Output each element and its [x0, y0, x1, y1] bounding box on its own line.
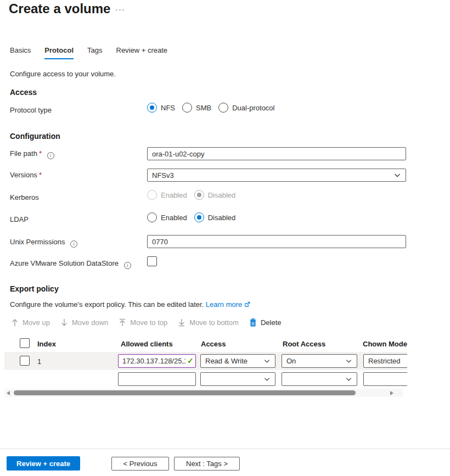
row-checkbox[interactable] [20, 356, 30, 366]
radio-ldap-enabled[interactable]: Enabled [147, 212, 187, 222]
table-row: 1 ✓ Read & Write On Restricted [4, 352, 407, 370]
move-to-top-button: Move to top [119, 318, 167, 327]
protocol-type-label: Protocol type [10, 106, 52, 114]
tab-protocol[interactable]: Protocol [44, 46, 74, 59]
kerberos-label: Kerberos [10, 193, 39, 201]
radio-selected-icon [194, 190, 204, 200]
row-index-value: 1 [37, 357, 41, 366]
select-all-checkbox[interactable] [20, 338, 30, 348]
radio-nfs-label: NFS [161, 104, 175, 112]
arrow-to-top-icon [119, 318, 126, 327]
external-link-icon [244, 301, 250, 307]
chown-mode-dropdown[interactable]: Restricted [363, 354, 407, 368]
review-create-button[interactable]: Review + create [7, 456, 80, 471]
allowed-clients-input[interactable] [118, 372, 196, 386]
chevron-down-icon [345, 357, 352, 365]
unix-permissions-input[interactable] [147, 235, 406, 248]
footer-divider [0, 449, 450, 449]
ldap-radio-group: Enabled Disabled [147, 212, 235, 222]
delete-button[interactable]: Delete [249, 318, 282, 327]
table-horizontal-scrollbar[interactable] [4, 389, 403, 397]
radio-kerberos-disabled-label: Disabled [208, 191, 236, 199]
radio-dual-protocol-label: Dual-protocol [232, 104, 274, 112]
versions-label-text: Versions [10, 171, 37, 179]
radio-kerberos-enabled: Enabled [147, 190, 187, 200]
radio-unselected-icon [147, 190, 157, 200]
radio-dual-protocol[interactable]: Dual-protocol [218, 103, 274, 113]
learn-more-link-text: Learn more [206, 300, 242, 309]
section-heading-export-policy: Export policy [10, 284, 59, 293]
access-dropdown[interactable]: Read & Write [200, 354, 275, 368]
avs-datastore-checkbox[interactable] [147, 256, 157, 266]
move-to-bottom-label: Move to bottom [189, 318, 239, 327]
unix-permissions-label-text: Unix Permissions [10, 238, 65, 246]
page-title: Create a volume [9, 1, 110, 16]
column-header-allowed-clients: Allowed clients [121, 340, 173, 348]
wizard-tabs: Basics Protocol Tags Review + create [10, 46, 167, 59]
valid-check-icon: ✓ [187, 356, 194, 365]
chevron-down-icon [393, 171, 401, 179]
scrollbar-thumb[interactable] [14, 390, 356, 395]
file-path-input[interactable] [147, 147, 406, 160]
tab-tags[interactable]: Tags [87, 46, 102, 59]
radio-unselected-icon [218, 103, 228, 113]
next-tags-button[interactable]: Next : Tags > [174, 457, 240, 471]
root-access-dropdown[interactable]: On [282, 354, 357, 368]
avs-datastore-label-text: Azure VMware Solution DataStore [10, 259, 119, 267]
radio-nfs[interactable]: NFS [147, 103, 175, 113]
radio-ldap-disabled[interactable]: Disabled [194, 212, 236, 222]
radio-kerberos-enabled-label: Enabled [161, 191, 187, 199]
file-path-label: File path* i [10, 149, 54, 159]
section-heading-access: Access [10, 88, 37, 97]
required-asterisk: * [39, 171, 42, 179]
column-header-chown-mode: Chown Mode [363, 340, 407, 348]
protocol-type-radio-group: NFS SMB Dual-protocol [147, 103, 275, 113]
radio-selected-icon [147, 103, 157, 113]
tab-basics[interactable]: Basics [10, 46, 31, 59]
export-policy-description: Configure the volume's export policy. Th… [10, 300, 250, 309]
scroll-left-arrow-icon[interactable] [7, 391, 10, 395]
info-icon[interactable]: i [124, 262, 131, 269]
delete-label: Delete [261, 318, 282, 327]
radio-smb-label: SMB [196, 104, 211, 112]
versions-dropdown[interactable]: NFSv3 [147, 169, 406, 182]
move-up-button: Move up [11, 318, 50, 327]
learn-more-link[interactable]: Learn more [206, 300, 250, 309]
radio-unselected-icon [182, 103, 192, 113]
column-header-index: Index [37, 340, 56, 348]
move-to-bottom-button: Move to bottom [178, 318, 239, 327]
access-dropdown-value: Read & Write [205, 357, 248, 365]
radio-kerberos-disabled: Disabled [194, 190, 236, 200]
chevron-down-icon [263, 357, 271, 365]
root-access-dropdown-value: On [286, 357, 296, 365]
radio-ldap-disabled-label: Disabled [208, 214, 236, 222]
arrow-up-icon [11, 318, 19, 327]
unix-permissions-label: Unix Permissions i [10, 238, 77, 248]
scroll-right-arrow-icon[interactable] [390, 391, 393, 395]
ldap-label: LDAP [10, 215, 29, 223]
more-options-button[interactable]: ··· [115, 4, 125, 14]
column-header-access: Access [201, 340, 226, 348]
chevron-down-icon [345, 376, 352, 383]
avs-datastore-label: Azure VMware Solution DataStore i [10, 259, 131, 269]
export-policy-toolbar: Move up Move down Move to top Move to bo… [11, 318, 281, 327]
versions-dropdown-value: NFSv3 [152, 171, 174, 180]
info-icon[interactable]: i [70, 240, 77, 248]
move-down-label: Move down [72, 318, 108, 327]
required-asterisk: * [39, 149, 42, 158]
previous-button[interactable]: < Previous [111, 457, 169, 471]
arrow-to-bottom-icon [178, 318, 185, 327]
radio-smb[interactable]: SMB [182, 103, 211, 113]
info-icon[interactable]: i [47, 152, 54, 159]
chown-mode-dropdown[interactable] [363, 372, 407, 386]
root-access-dropdown[interactable] [282, 372, 357, 386]
radio-selected-icon [194, 212, 204, 222]
tab-review-create[interactable]: Review + create [116, 46, 168, 59]
radio-unselected-icon [147, 212, 157, 222]
arrow-down-icon [60, 318, 68, 327]
move-down-button: Move down [60, 318, 108, 327]
chevron-down-icon [263, 376, 271, 383]
access-dropdown[interactable] [200, 372, 275, 386]
allowed-clients-input[interactable] [118, 354, 196, 368]
export-policy-description-text: Configure the volume's export policy. Th… [10, 300, 204, 309]
